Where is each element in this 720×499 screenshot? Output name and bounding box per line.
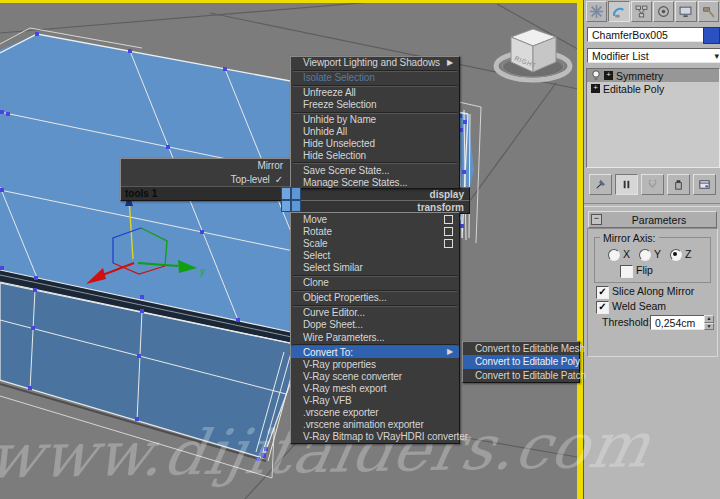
slice-along-mirror-checkbox[interactable]: ✓ xyxy=(596,286,609,299)
show-end-result-button[interactable] xyxy=(615,174,638,195)
modify-arc-icon xyxy=(612,5,625,18)
menu-item[interactable]: Unfreeze All xyxy=(291,87,459,99)
bulb-icon[interactable] xyxy=(591,70,601,82)
menu-separator xyxy=(291,111,459,114)
menu-item-label: Viewport Lighting and Shadows xyxy=(303,57,440,68)
menu-item[interactable]: Object Properties... xyxy=(291,292,459,304)
menu-item[interactable]: Rotate xyxy=(291,225,459,237)
menu-item[interactable]: V-Ray scene converter xyxy=(291,370,459,382)
configure-modifier-sets-button[interactable] xyxy=(693,174,716,195)
menu-item-label: Wire Parameters... xyxy=(303,332,385,343)
quad-square xyxy=(291,200,301,212)
stack-toolbar xyxy=(586,172,720,196)
menu-item-label: Move xyxy=(303,214,327,225)
menu-item[interactable]: V-Ray Bitmap to VRayHDRI converter xyxy=(291,431,459,443)
modifier-stack-row[interactable]: +Symmetry xyxy=(587,69,719,82)
command-panel: ChamferBox005 Modifier List ▾ +Symmetry+… xyxy=(583,0,720,499)
menu-item-label: .vrscene animation exporter xyxy=(303,419,424,430)
threshold-spinner[interactable]: ▲ ▼ xyxy=(704,315,714,330)
modify-tab[interactable] xyxy=(608,1,629,22)
menu-item[interactable]: Dope Sheet... xyxy=(291,319,459,331)
hierarchy-tab[interactable] xyxy=(631,1,652,22)
expand-plus-icon[interactable]: + xyxy=(604,71,613,80)
menu-item[interactable]: Wire Parameters... xyxy=(291,331,459,343)
menu-item[interactable]: Convert To:▶ xyxy=(291,346,459,358)
menu-item[interactable]: Select Similar xyxy=(291,261,459,273)
menu-item[interactable]: Viewport Lighting and Shadows▶ xyxy=(291,57,459,69)
menu-item-label: Select Similar xyxy=(303,262,363,273)
create-tab[interactable] xyxy=(586,1,607,22)
menu-item-label: Top-level xyxy=(231,174,270,185)
menu-item[interactable]: .vrscene exporter xyxy=(291,407,459,419)
make-unique-button[interactable] xyxy=(641,174,664,195)
modifier-stack-row[interactable]: +Editable Poly xyxy=(587,82,719,95)
menu-item-label: V-Ray scene converter xyxy=(303,371,402,382)
object-name-field[interactable]: ChamferBox005 xyxy=(587,27,707,42)
menu-item-label: V-Ray VFB xyxy=(303,395,352,406)
modifier-list-dropdown[interactable]: Modifier List ▾ xyxy=(587,48,720,63)
menu-item-label: Object Properties... xyxy=(303,292,387,303)
menu-item-label: V-Ray Bitmap to VRayHDRI converter xyxy=(303,431,468,442)
menu-item[interactable]: Hide Unselected xyxy=(291,137,459,149)
menu-item[interactable]: V-Ray VFB xyxy=(291,395,459,407)
y-axis-label: y xyxy=(199,266,206,277)
menu-item-label: Scale xyxy=(303,238,328,249)
menu-item[interactable]: Unhide All xyxy=(291,126,459,138)
menu-item-label: Unfreeze All xyxy=(303,87,356,98)
object-color-swatch[interactable] xyxy=(703,27,720,44)
utilities-hammer-icon xyxy=(702,5,715,18)
settings-box-icon[interactable] xyxy=(444,215,453,224)
menu-item[interactable]: Manage Scene States... xyxy=(291,176,459,188)
pin-icon xyxy=(594,178,607,191)
parameters-rollout-header[interactable]: − Parameters xyxy=(588,211,717,228)
rollout-title: Parameters xyxy=(602,214,716,226)
menu-item-label: Unhide All xyxy=(303,126,347,137)
menu-item[interactable]: Hide Selection xyxy=(291,149,459,161)
remove-modifier-button[interactable] xyxy=(667,174,690,195)
menu-item[interactable]: Scale xyxy=(291,237,459,249)
spinner-up-icon[interactable]: ▲ xyxy=(704,315,714,323)
create-sunburst-icon xyxy=(590,5,603,18)
settings-box-icon[interactable] xyxy=(444,239,453,248)
flip-checkbox[interactable] xyxy=(620,265,633,278)
menu-item[interactable]: Mirror xyxy=(121,159,291,173)
menu-item-label: Hide Selection xyxy=(303,150,366,161)
radio-z-label: Z xyxy=(685,248,691,260)
menu-item[interactable]: Convert to Editable Patch xyxy=(463,369,579,382)
radio-y[interactable] xyxy=(639,249,651,261)
menu-item[interactable]: .vrscene animation exporter xyxy=(291,419,459,431)
menu-item[interactable]: Convert to Editable Poly xyxy=(463,355,579,368)
settings-box-icon[interactable] xyxy=(444,227,453,236)
menu-item[interactable]: Move xyxy=(291,213,459,225)
hierarchy-icon xyxy=(635,5,648,18)
radio-z[interactable] xyxy=(670,249,682,261)
submenu-arrow-icon: ▶ xyxy=(447,348,453,356)
menu-item[interactable]: Freeze Selection xyxy=(291,99,459,111)
quad-title-tools[interactable]: tools 1 xyxy=(121,186,291,200)
menu-item[interactable]: Select xyxy=(291,249,459,261)
weld-seam-checkbox[interactable]: ✓ xyxy=(596,301,609,314)
menu-item[interactable]: Convert to Editable Mesh xyxy=(463,342,579,355)
utilities-tab[interactable] xyxy=(698,1,719,22)
menu-item[interactable]: Clone xyxy=(291,277,459,289)
radio-x-label: X xyxy=(623,248,630,260)
menu-item[interactable]: Save Scene State... xyxy=(291,164,459,176)
radio-x[interactable] xyxy=(608,249,620,261)
menu-item[interactable]: V-Ray mesh export xyxy=(291,382,459,394)
pin-stack-button[interactable] xyxy=(589,174,612,195)
menu-separator xyxy=(291,69,459,72)
threshold-field[interactable]: 0,254cm xyxy=(650,315,711,330)
spinner-down-icon[interactable]: ▼ xyxy=(704,323,714,331)
menu-item[interactable]: Top-level✓ xyxy=(121,173,291,187)
quad-center-icon[interactable] xyxy=(281,187,301,212)
menu-item[interactable]: Unhide by Name xyxy=(291,114,459,126)
menu-item[interactable]: Curve Editor... xyxy=(291,307,459,319)
flip-label: Flip xyxy=(636,264,653,276)
menu-item-label: Unhide by Name xyxy=(303,114,376,125)
menu-item-label: V-Ray mesh export xyxy=(303,383,386,394)
expand-plus-icon[interactable]: + xyxy=(591,84,600,93)
motion-tab[interactable] xyxy=(653,1,674,22)
menu-item[interactable]: V-Ray properties xyxy=(291,358,459,370)
display-tab[interactable] xyxy=(675,1,696,22)
quad-title-transform-label: transform xyxy=(417,202,464,213)
